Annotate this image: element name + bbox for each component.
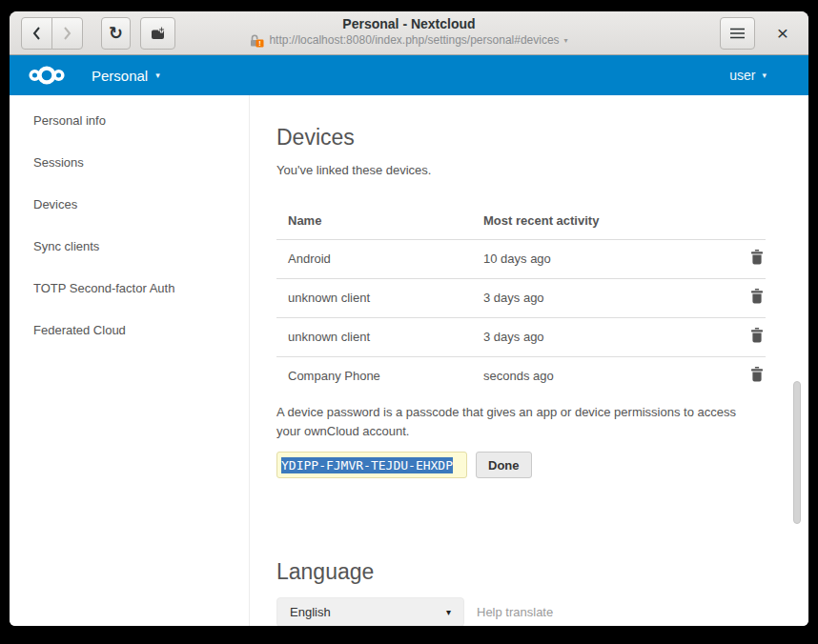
scrollbar-thumb[interactable]: [793, 381, 801, 524]
device-password-note: A device password is a passcode that giv…: [276, 403, 758, 441]
language-selected-option: English: [290, 605, 331, 619]
chevron-down-icon: ▾: [762, 70, 767, 80]
device-name: Android: [276, 239, 472, 278]
table-row: Company Phone seconds ago: [276, 356, 766, 395]
url-dropdown-icon[interactable]: ▾: [564, 33, 568, 48]
url-bar[interactable]: ! http://localhost:8080/index.php/settin…: [10, 33, 808, 48]
sidebar-item-personal-info[interactable]: Personal info: [10, 99, 249, 141]
column-header-activity: Most recent activity: [472, 203, 701, 239]
devices-table-header: Name Most recent activity: [276, 203, 766, 239]
device-password-value: YDIPP-FJMVR-TEJDU-EHXDP: [281, 457, 453, 473]
help-translate-link[interactable]: Help translate: [477, 605, 553, 619]
trash-icon: [750, 289, 764, 304]
user-menu-label: user: [729, 68, 755, 83]
delete-device-button[interactable]: [748, 248, 766, 270]
devices-title: Devices: [276, 124, 808, 151]
delete-device-button[interactable]: [748, 365, 766, 387]
table-row: Android 10 days ago: [276, 239, 766, 278]
app-menu-label: Personal: [92, 68, 148, 84]
delete-device-button[interactable]: [748, 287, 766, 309]
page-content: Personal info Sessions Devices Sync clie…: [10, 95, 808, 626]
column-header-name: Name: [276, 203, 472, 239]
nextcloud-header: Personal ▾ user ▾: [10, 55, 808, 95]
device-password-row: YDIPP-FJMVR-TEJDU-EHXDP Done: [276, 452, 808, 478]
user-menu[interactable]: user ▾: [729, 68, 791, 83]
settings-sidebar: Personal info Sessions Devices Sync clie…: [10, 95, 250, 626]
device-password-input[interactable]: YDIPP-FJMVR-TEJDU-EHXDP: [276, 452, 467, 478]
devices-section: Devices You've linked these devices. Nam…: [276, 124, 808, 478]
device-name: Company Phone: [276, 356, 472, 395]
device-activity: 10 days ago: [472, 239, 701, 278]
chevron-down-icon: ▾: [446, 607, 451, 617]
language-title: Language: [276, 558, 808, 585]
devices-table: Name Most recent activity Android 10 day…: [276, 203, 766, 395]
device-name: unknown client: [276, 278, 472, 317]
table-row: unknown client 3 days ago: [276, 278, 766, 317]
svg-text:!: !: [259, 38, 262, 47]
chevron-down-icon: ▾: [155, 70, 160, 80]
device-activity: 3 days ago: [472, 317, 701, 356]
device-activity: 3 days ago: [472, 278, 701, 317]
insecure-padlock-icon: !: [250, 34, 264, 48]
sidebar-item-sync-clients[interactable]: Sync clients: [10, 225, 249, 267]
device-activity: seconds ago: [472, 356, 701, 395]
trash-icon: [750, 367, 764, 382]
language-select[interactable]: English ▾: [276, 597, 464, 626]
nextcloud-logo[interactable]: [27, 63, 67, 88]
device-name: unknown client: [276, 317, 472, 356]
done-button[interactable]: Done: [476, 452, 532, 478]
sidebar-item-federated-cloud[interactable]: Federated Cloud: [10, 309, 249, 351]
sidebar-item-devices[interactable]: Devices: [10, 183, 249, 225]
browser-window: ↻ Personal - Nextcloud ! http://localhos…: [10, 11, 808, 626]
sidebar-item-totp[interactable]: TOTP Second-factor Auth: [10, 267, 249, 309]
settings-main: Devices You've linked these devices. Nam…: [250, 95, 808, 626]
delete-device-button[interactable]: [748, 326, 766, 348]
browser-titlebar: ↻ Personal - Nextcloud ! http://localhos…: [10, 11, 808, 55]
sidebar-item-sessions[interactable]: Sessions: [10, 141, 249, 183]
language-section: Language English ▾ Help translate: [276, 558, 808, 626]
url-text: http://localhost:8080/index.php/settings…: [269, 33, 559, 48]
trash-icon: [750, 328, 764, 343]
app-menu[interactable]: Personal ▾: [92, 68, 160, 84]
devices-subtitle: You've linked these devices.: [276, 163, 808, 177]
table-row: unknown client 3 days ago: [276, 317, 766, 356]
trash-icon: [750, 250, 764, 265]
